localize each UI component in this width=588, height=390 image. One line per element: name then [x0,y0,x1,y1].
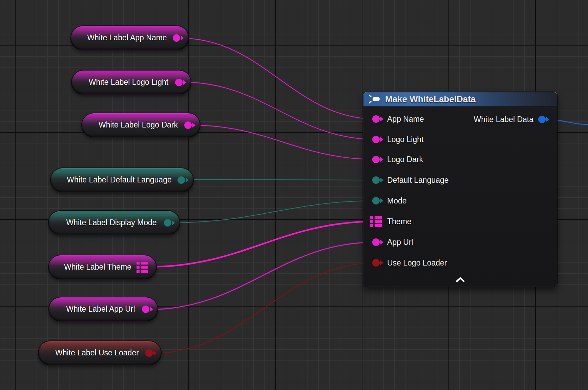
input-pin-default-language[interactable] [372,176,380,184]
string-output-pin[interactable] [142,306,149,313]
variable-node-white-label-app-url[interactable]: White Label App Url [48,297,158,321]
variable-node-label: White Label Logo Dark [92,121,184,129]
blueprint-graph-canvas[interactable]: White Label App Name White Label Logo Li… [0,0,588,390]
variable-node-label: White Label Display Mode [59,219,164,227]
collapse-chevron-icon[interactable] [456,277,465,282]
variable-node-white-label-display-mode[interactable]: White Label Display Mode [48,210,180,235]
make-struct-icon [368,94,380,104]
input-row-default-language: Default Language [363,174,557,186]
string-output-pin[interactable] [175,79,183,86]
wire-app-name[interactable] [182,38,376,119]
variable-node-label: White Label Logo Light [82,78,175,86]
node-title: Make WhiteLabelData [385,94,476,104]
pin-label: Logo Light [387,135,423,144]
variable-node-white-label-use-loader[interactable]: White Label Use Loader [38,340,162,365]
variable-node-white-label-logo-light[interactable]: White Label Logo Light [71,70,191,95]
pin-label: Mode [387,196,407,206]
pin-label: Use Logo Loader [387,258,447,268]
wire-app-url[interactable] [148,242,376,310]
input-pin-use-logo-loader[interactable] [372,259,380,267]
input-pin-logo-dark[interactable] [372,156,380,163]
variable-node-white-label-theme[interactable]: White Label Theme [48,255,157,279]
variable-node-label: White Label App Url [59,305,142,313]
variable-node-white-label-logo-dark[interactable]: White Label Logo Dark [81,113,201,137]
wire-use-loader[interactable] [152,263,376,353]
enum-output-pin[interactable] [164,219,171,227]
variable-node-label: White Label Theme [59,263,136,271]
input-pin-app-url[interactable] [372,238,380,246]
map-container-pin-icon[interactable] [136,262,148,273]
input-pin-logo-light[interactable] [372,136,380,143]
wire-theme[interactable] [148,221,376,267]
wire-logo-light[interactable] [183,82,376,139]
variable-node-label: White Label Default Language [61,176,177,184]
input-pin-mode[interactable] [372,197,380,204]
input-row-use-logo-loader: Use Logo Loader [363,257,557,269]
variable-node-white-label-default-language[interactable]: White Label Default Language [50,168,194,192]
bool-output-pin[interactable] [145,349,153,357]
string-output-pin[interactable] [173,34,180,42]
input-row-logo-dark: Logo Dark [363,154,557,165]
input-row-app-url: App Url [363,236,557,248]
pin-label: Default Language [387,176,449,185]
pin-label: Logo Dark [387,155,423,164]
input-row-logo-light: Logo Light [363,134,557,145]
make-whitelabeldata-node[interactable]: Make WhiteLabelData App Name Logo Light … [363,92,557,287]
node-header[interactable]: Make WhiteLabelData [363,92,557,106]
input-row-theme: Theme [363,216,557,227]
wire-logo-dark[interactable] [191,125,376,159]
variable-node-label: White Label Use Loader [49,349,145,357]
output-pin-white-label-data[interactable] [538,116,546,123]
string-output-pin[interactable] [184,121,192,129]
output-row-white-label-data: White Label Data [363,114,557,125]
enum-output-pin[interactable] [177,176,185,184]
wire-display-mode[interactable] [172,201,376,223]
wire-default-language[interactable] [186,179,376,180]
pin-label: App Url [387,238,413,247]
input-pin-theme-map-icon[interactable] [370,216,382,227]
variable-node-label: White Label App Name [81,34,173,42]
input-row-mode: Mode [363,195,557,207]
pin-label: Theme [387,217,412,226]
variable-node-white-label-app-name[interactable]: White Label App Name [70,25,189,50]
pin-label: White Label Data [474,115,533,124]
